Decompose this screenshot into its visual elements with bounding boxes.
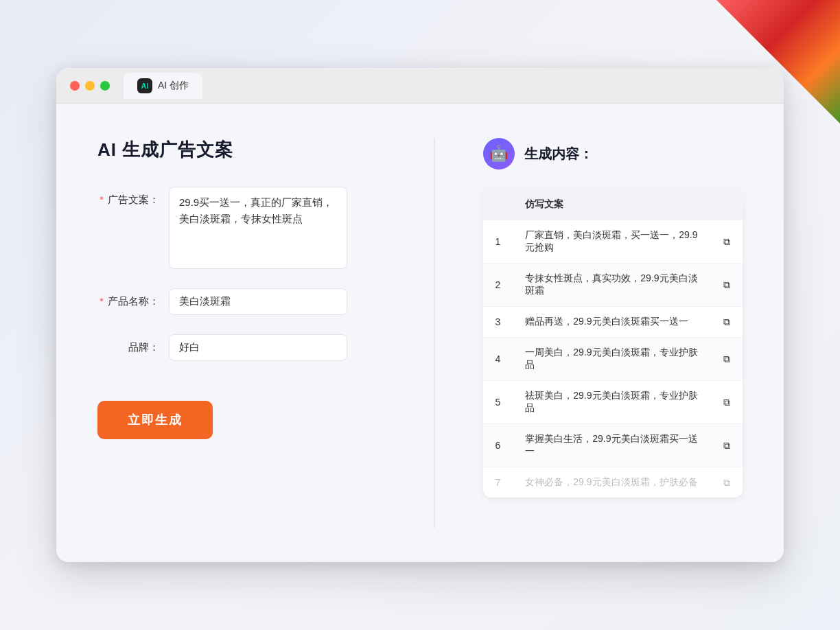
required-star-1: * [100, 194, 104, 205]
robot-icon [483, 138, 515, 170]
adcopy-label: * 广告文案： [97, 187, 159, 207]
tab-label: AI 创作 [158, 80, 189, 92]
browser-titlebar: AI AI 创作 [56, 68, 784, 104]
row-number: 1 [483, 220, 513, 264]
row-text: 掌握美白生活，29.9元美白淡斑霜买一送一 [513, 424, 711, 467]
right-header: 生成内容： [483, 138, 743, 170]
table-header-row: 仿写文案 [483, 189, 743, 220]
table-row: 1厂家直销，美白淡斑霜，买一送一，29.9元抢购⧉ [483, 220, 743, 264]
row-number: 6 [483, 424, 513, 467]
row-text: 女神必备，29.9元美白淡斑霜，护肤必备 [513, 467, 711, 498]
main-content: AI 生成广告文案 * 广告文案： 29.9买一送一，真正的厂家直销，美白淡斑霜… [56, 104, 784, 562]
copy-icon[interactable]: ⧉ [711, 264, 743, 307]
col-text-header: 仿写文案 [513, 189, 711, 220]
row-text: 祛斑美白，29.9元美白淡斑霜，专业护肤品 [513, 381, 711, 424]
right-panel: 生成内容： 仿写文案 1厂家直销，美白淡斑霜，买一送一，29.9元抢购⧉2专抹女… [483, 138, 743, 528]
required-star-2: * [100, 295, 104, 307]
adcopy-group: * 广告文案： 29.9买一送一，真正的厂家直销，美白淡斑霜，专抹女性斑点 [97, 187, 386, 269]
browser-window: AI AI 创作 AI 生成广告文案 * 广告文案： 29.9买一送一，真正的厂… [56, 68, 784, 562]
brand-label: 品牌： [97, 334, 159, 354]
row-text: 专抹女性斑点，真实功效，29.9元美白淡斑霜 [513, 264, 711, 307]
table-row: 3赠品再送，29.9元美白淡斑霜买一送一⧉ [483, 307, 743, 338]
row-number: 4 [483, 338, 513, 381]
brand-input[interactable] [169, 334, 347, 361]
table-row: 5祛斑美白，29.9元美白淡斑霜，专业护肤品⧉ [483, 381, 743, 424]
row-text: 厂家直销，美白淡斑霜，买一送一，29.9元抢购 [513, 220, 711, 264]
row-number: 5 [483, 381, 513, 424]
table-row: 7女神必备，29.9元美白淡斑霜，护肤必备⧉ [483, 467, 743, 498]
right-title: 生成内容： [524, 145, 593, 163]
copy-icon[interactable]: ⧉ [711, 424, 743, 467]
close-button[interactable] [70, 81, 80, 91]
browser-tab[interactable]: AI AI 创作 [124, 73, 202, 99]
product-name-input[interactable] [169, 288, 347, 315]
row-number: 7 [483, 467, 513, 498]
copy-icon[interactable]: ⧉ [711, 338, 743, 381]
copy-icon[interactable]: ⧉ [711, 220, 743, 264]
table-row: 2专抹女性斑点，真实功效，29.9元美白淡斑霜⧉ [483, 264, 743, 307]
row-text: 一周美白，29.9元美白淡斑霜，专业护肤品 [513, 338, 711, 381]
product-name-group: * 产品名称： [97, 288, 386, 315]
copy-icon[interactable]: ⧉ [711, 307, 743, 338]
generate-button[interactable]: 立即生成 [97, 401, 213, 439]
copy-icon[interactable]: ⧉ [711, 381, 743, 424]
ai-tab-icon: AI [137, 78, 152, 93]
row-number: 2 [483, 264, 513, 307]
adcopy-textarea[interactable]: 29.9买一送一，真正的厂家直销，美白淡斑霜，专抹女性斑点 [169, 187, 347, 269]
maximize-button[interactable] [100, 81, 110, 91]
minimize-button[interactable] [85, 81, 95, 91]
col-action-header [711, 189, 743, 220]
product-name-label: * 产品名称： [97, 288, 159, 308]
panel-divider [434, 138, 435, 528]
brand-group: 品牌： [97, 334, 386, 361]
table-row: 6掌握美白生活，29.9元美白淡斑霜买一送一⧉ [483, 424, 743, 467]
row-number: 3 [483, 307, 513, 338]
left-panel: AI 生成广告文案 * 广告文案： 29.9买一送一，真正的厂家直销，美白淡斑霜… [97, 138, 386, 528]
col-num-header [483, 189, 513, 220]
results-table: 仿写文案 1厂家直销，美白淡斑霜，买一送一，29.9元抢购⧉2专抹女性斑点，真实… [483, 189, 743, 498]
copy-icon[interactable]: ⧉ [711, 467, 743, 498]
table-row: 4一周美白，29.9元美白淡斑霜，专业护肤品⧉ [483, 338, 743, 381]
window-controls [70, 81, 110, 91]
row-text: 赠品再送，29.9元美白淡斑霜买一送一 [513, 307, 711, 338]
page-title: AI 生成广告文案 [97, 138, 386, 162]
